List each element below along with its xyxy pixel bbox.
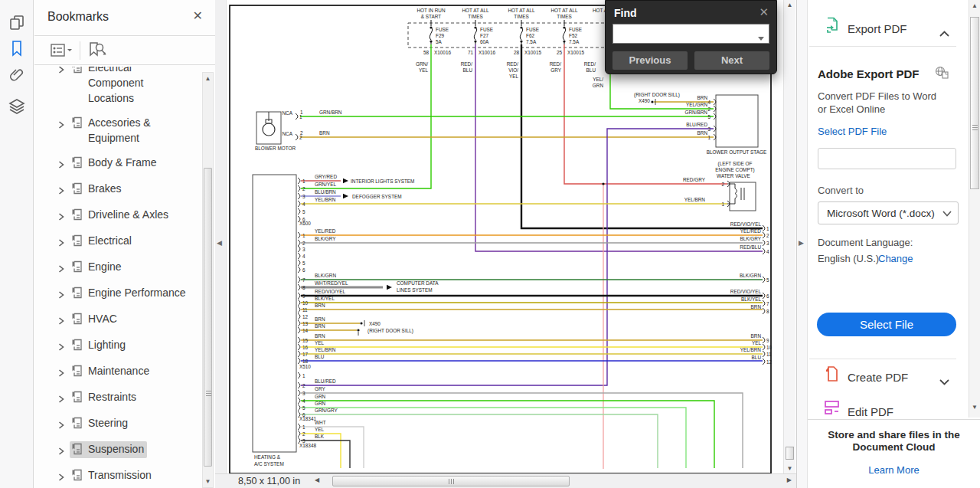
scroll-down-icon[interactable]: ▼ xyxy=(784,465,795,472)
svg-text:13: 13 xyxy=(302,321,309,326)
chevron-right-icon[interactable] xyxy=(57,207,70,224)
format-value: Microsoft Word (*.docx) xyxy=(827,208,935,219)
bookmark-item[interactable]: Engine Performance xyxy=(57,280,198,306)
bookmarks-scrollbar[interactable]: ▲ ▼ xyxy=(202,72,214,488)
document-horizontal-scrollbar[interactable]: ◀ ▶ xyxy=(313,475,793,487)
find-current-bookmark-icon[interactable] xyxy=(88,41,108,63)
bookmark-options-icon[interactable] xyxy=(51,41,74,63)
svg-text:2: 2 xyxy=(302,431,305,437)
svg-text:HOT AT ALL: HOT AT ALL xyxy=(508,8,535,13)
svg-text:BRN: BRN xyxy=(751,304,762,310)
learn-more-link[interactable]: Learn More xyxy=(868,464,919,476)
bookmark-page-icon xyxy=(71,116,83,132)
bookmark-label: Suspension xyxy=(88,441,144,457)
scroll-down-icon[interactable]: ▼ xyxy=(203,478,213,485)
format-dropdown[interactable]: Microsoft Word (*.docx) xyxy=(818,201,959,224)
svg-text:3: 3 xyxy=(766,241,769,246)
export-pdf-section[interactable]: Export PDF xyxy=(808,17,980,43)
svg-text:YEL: YEL xyxy=(315,427,325,432)
document-scroll-thumb[interactable] xyxy=(786,447,794,460)
bookmark-item[interactable]: HVAC xyxy=(57,306,198,332)
chevron-right-icon[interactable] xyxy=(57,311,70,328)
horizontal-scroll-thumb[interactable] xyxy=(332,476,570,486)
chevron-right-icon[interactable] xyxy=(57,181,70,198)
svg-text:18: 18 xyxy=(302,359,309,364)
bookmark-item[interactable]: Accesories & Equipment xyxy=(57,110,198,150)
svg-text:BLU: BLU xyxy=(586,67,596,73)
find-close-icon[interactable]: ✕ xyxy=(759,5,769,19)
find-next-button[interactable]: Next xyxy=(694,51,769,70)
bookmark-item[interactable]: Driveline & Axles xyxy=(57,202,198,228)
chevron-right-icon[interactable] xyxy=(57,441,70,458)
svg-text:5: 5 xyxy=(707,114,710,120)
chevron-right-icon[interactable] xyxy=(57,67,70,77)
layers-button[interactable] xyxy=(0,95,34,121)
chevron-right-icon[interactable] xyxy=(57,115,70,132)
attachments-button[interactable] xyxy=(0,63,34,89)
scroll-up-icon[interactable]: ▲ xyxy=(203,75,213,82)
select-pdf-file-link[interactable]: Select PDF File xyxy=(818,126,887,137)
bookmark-item[interactable]: Steering xyxy=(57,411,198,437)
bookmark-label: Body & Frame xyxy=(88,155,156,170)
bookmark-item[interactable]: Body & Frame xyxy=(57,150,198,176)
svg-text:F52: F52 xyxy=(569,33,577,38)
selected-file-field[interactable] xyxy=(818,148,956,169)
scroll-down-icon[interactable]: ▼ xyxy=(969,404,980,411)
svg-text:1: 1 xyxy=(302,233,305,238)
bookmark-item[interactable]: Maintenance xyxy=(57,359,198,385)
svg-text:2: 2 xyxy=(721,182,724,187)
bookmark-item[interactable]: Transmission xyxy=(57,463,198,488)
svg-text:5: 5 xyxy=(302,260,305,266)
page-thumbnails-button[interactable] xyxy=(0,11,34,37)
find-input[interactable] xyxy=(615,25,753,42)
select-file-button[interactable]: Select File xyxy=(817,313,956,336)
svg-text:GRN/GRY: GRN/GRY xyxy=(315,408,338,413)
chevron-right-icon[interactable] xyxy=(57,363,70,380)
close-panel-icon[interactable]: ✕ xyxy=(193,8,203,23)
bookmark-item[interactable]: Engine xyxy=(57,254,198,280)
bookmark-item[interactable]: Restraints xyxy=(57,385,198,411)
svg-text:3: 3 xyxy=(707,126,710,132)
scroll-right-icon[interactable]: ▶ xyxy=(787,477,792,483)
svg-text:X10016: X10016 xyxy=(479,50,495,55)
bookmark-page-icon xyxy=(71,208,83,224)
bookmark-item[interactable]: Electrical xyxy=(57,228,198,254)
chevron-right-icon[interactable] xyxy=(57,155,70,172)
document-vertical-scrollbar[interactable]: ▲ ▼ xyxy=(783,0,795,473)
scroll-left-icon[interactable]: ◀ xyxy=(315,477,319,483)
svg-text:YEL/BRN: YEL/BRN xyxy=(740,347,762,352)
create-pdf-section[interactable]: Create PDF xyxy=(808,365,980,391)
chevron-right-icon[interactable] xyxy=(57,467,70,484)
find-previous-button[interactable]: Previous xyxy=(612,51,688,70)
bookmark-label: Transmission xyxy=(88,467,152,483)
svg-text:F27: F27 xyxy=(480,33,488,38)
scroll-up-icon[interactable]: ▲ xyxy=(784,2,795,8)
bookmark-item[interactable]: Suspension xyxy=(57,437,198,463)
collapse-right-arrow-icon[interactable]: ▶ xyxy=(799,239,804,247)
svg-text:F62: F62 xyxy=(526,33,534,38)
svg-text:2: 2 xyxy=(302,383,305,388)
tools-panel-scrollbar[interactable]: ▲ ▼ xyxy=(969,0,980,418)
chevron-right-icon[interactable] xyxy=(57,337,70,354)
svg-text:5: 5 xyxy=(302,209,305,215)
scroll-up-icon[interactable]: ▲ xyxy=(969,2,980,9)
bookmark-page-icon xyxy=(71,234,83,250)
bookmark-item[interactable]: Lighting xyxy=(57,332,198,359)
chevron-right-icon[interactable] xyxy=(57,233,70,250)
chevron-right-icon[interactable] xyxy=(57,415,70,432)
collapse-left-arrow-icon[interactable]: ◀ xyxy=(217,239,222,247)
svg-text:X600: X600 xyxy=(299,221,311,226)
tools-scroll-thumb[interactable] xyxy=(970,17,979,189)
svg-text:HEATING &: HEATING & xyxy=(254,454,281,460)
bookmark-page-icon xyxy=(71,391,83,406)
chevron-right-icon[interactable] xyxy=(57,285,70,302)
bookmark-item[interactable]: Electrical Component Locations xyxy=(57,67,198,110)
chevron-right-icon[interactable] xyxy=(57,259,70,276)
chevron-right-icon[interactable] xyxy=(57,389,70,406)
svg-text:YEL: YEL xyxy=(752,340,762,346)
find-dropdown-icon[interactable] xyxy=(757,31,765,45)
bookmarks-button[interactable] xyxy=(0,37,34,63)
bookmark-item[interactable]: Brakes xyxy=(57,176,198,202)
change-language-link[interactable]: Change xyxy=(878,253,913,264)
bookmarks-scroll-thumb[interactable] xyxy=(204,168,212,467)
